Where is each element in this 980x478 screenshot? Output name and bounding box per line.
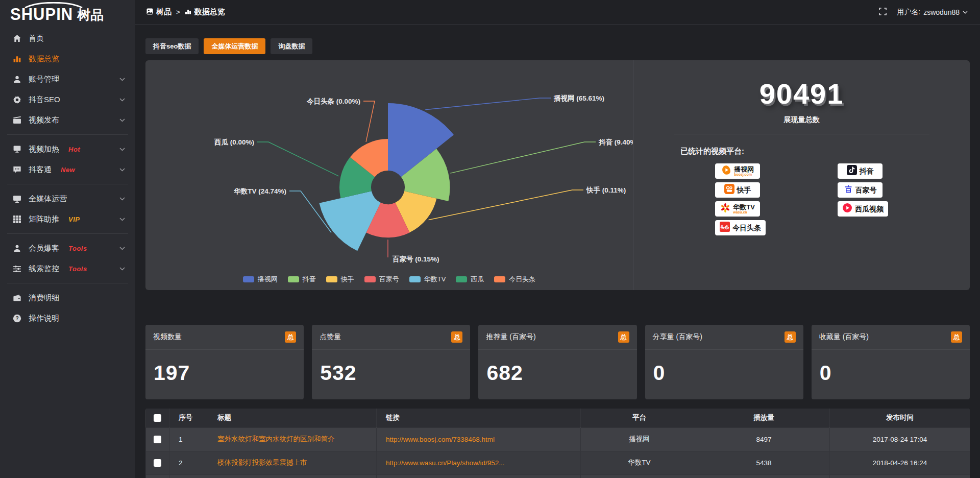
stat-card-value: 0 [645, 350, 803, 385]
row-checkbox-cell [146, 474, 169, 478]
row-title[interactable] [208, 474, 377, 478]
select-all-checkbox[interactable] [154, 414, 161, 422]
total-badge[interactable]: 总 [951, 331, 962, 343]
platform-badge-播视网[interactable]: 播视网boosj.com [715, 163, 760, 179]
total-badge[interactable]: 总 [285, 331, 296, 343]
platform-badge-百家号[interactable]: 百家号 [838, 182, 883, 198]
total-badge[interactable]: 总 [785, 331, 796, 343]
row-views: 5438 [698, 451, 830, 474]
legend-item-西瓜[interactable]: 西瓜 [456, 275, 484, 284]
sidebar-item-badge: Hot [68, 146, 80, 153]
platform-badge-西瓜视频[interactable]: 西瓜视频 [838, 201, 888, 217]
total-badge[interactable]: 总 [618, 331, 629, 343]
legend-item-百家号[interactable]: 百家号 [364, 275, 399, 284]
stat-card-label: 点赞量 [320, 332, 341, 342]
platform-badge-今日头条[interactable]: 头条今日头条 [715, 220, 766, 235]
sidebar-item-1[interactable]: 数据总览 [0, 49, 135, 69]
sidebar-item-label: 抖客通 [29, 165, 52, 175]
total-impressions-label: 展现量总数 [633, 115, 970, 125]
legend-label: 今日头条 [509, 275, 535, 284]
platforms-grid: 播视网boosj.com抖音快手百家号华数TVwasu.cn西瓜视频头条今日头条 [715, 163, 970, 235]
legend-item-今日头条[interactable]: 今日头条 [494, 275, 535, 284]
legend-swatch [364, 276, 376, 282]
tab-2[interactable]: 询盘数据 [271, 38, 312, 54]
row-checkbox[interactable] [154, 459, 161, 467]
tab-1[interactable]: 全媒体运营数据 [204, 38, 265, 54]
legend-swatch [243, 276, 254, 282]
stat-card-header: 推荐量 (百家号)总 [478, 325, 636, 350]
sidebar-item-16[interactable]: ?操作说明 [0, 308, 135, 328]
heat-icon [12, 145, 21, 154]
platform-badge-快手[interactable]: 快手 [715, 182, 760, 198]
sidebar-item-label: 矩阵助推 [29, 214, 59, 224]
legend-item-播视网[interactable]: 播视网 [243, 275, 278, 284]
row-link[interactable]: http://www.wasu.cn/Play/show/id/952... [377, 451, 581, 474]
sidebar-item-badge: Tools [68, 245, 87, 252]
breadcrumb-current[interactable]: 数据总览 [185, 7, 225, 17]
platform-badge-抖音[interactable]: 抖音 [838, 163, 883, 179]
stat-card-0: 视频数量总197 [145, 325, 304, 399]
table-row: 2楼体投影灯投影效果震撼上市http://www.wasu.cn/Play/sh… [146, 451, 970, 474]
chart-mini-icon [185, 8, 191, 16]
platform-name: 快手 [737, 186, 751, 194]
row-link[interactable] [377, 474, 581, 478]
row-checkbox[interactable] [154, 436, 161, 443]
chevron-down-icon [119, 247, 125, 250]
publish-icon [12, 115, 21, 125]
table-col-0: 序号 [169, 409, 208, 427]
legend-swatch [494, 276, 505, 282]
stat-card-1: 点赞量总532 [312, 325, 470, 399]
stat-card-value: 0 [812, 350, 970, 385]
sidebar-item-2[interactable]: 账号管理 [0, 69, 135, 89]
legend-swatch [326, 276, 337, 282]
legend-item-抖音[interactable]: 抖音 [288, 275, 316, 284]
pie-label-line-播视网 [425, 98, 551, 110]
breadcrumb-home[interactable]: 树品 [146, 7, 172, 17]
platform-badge-华数TV[interactable]: 华数TVwasu.cn [715, 201, 760, 217]
legend-swatch [288, 276, 299, 282]
row-title[interactable]: 室外水纹灯和室内水纹灯的区别和简介 [208, 427, 377, 451]
legend-item-快手[interactable]: 快手 [326, 275, 354, 284]
stat-card-4: 收藏量 (百家号)总0 [812, 325, 970, 399]
platform-name: 播视网 [734, 166, 754, 173]
chart-legend: 播视网抖音快手百家号华数TV西瓜今日头条 [145, 275, 633, 284]
stat-card-3: 分享量 (百家号)总0 [645, 325, 803, 399]
sidebar-item-15[interactable]: 消费明细 [0, 288, 135, 308]
sidebar-item-0[interactable]: 首页 [0, 28, 135, 49]
sidebar-item-badge: New [61, 166, 75, 174]
stat-card-label: 分享量 (百家号) [653, 332, 702, 342]
sidebar-item-7[interactable]: 抖客通New [0, 159, 135, 180]
data-tabs: 抖音seo数据全媒体运营数据询盘数据 [145, 38, 970, 54]
sidebar-item-9[interactable]: 全媒体运营 [0, 188, 135, 209]
legend-label: 播视网 [258, 275, 278, 284]
member-icon [12, 244, 21, 253]
fullscreen-icon[interactable] [879, 8, 887, 17]
row-title[interactable]: 楼体投影灯投影效果震撼上市 [208, 451, 377, 474]
sidebar-divider [7, 134, 128, 135]
sidebar-item-label: 操作说明 [29, 314, 59, 323]
row-views [698, 474, 830, 478]
summary-panel: 90491 展现量总数 已统计的视频平台: 播视网boosj.com抖音快手百家… [633, 60, 970, 290]
total-badge[interactable]: 总 [451, 331, 462, 343]
sidebar-item-3[interactable]: 抖音SEO [0, 89, 135, 110]
kuaishou-icon [724, 184, 734, 196]
legend-item-华数TV[interactable]: 华数TV [409, 275, 446, 284]
boosj-icon [721, 165, 731, 177]
table-row [146, 474, 970, 478]
tab-0[interactable]: 抖音seo数据 [145, 38, 199, 54]
row-link[interactable]: http://www.boosj.com/7338468.html [377, 427, 581, 451]
row-checkbox-cell [146, 451, 169, 474]
topbar: 树品 > 数据总览 用户名: zswodun88 [135, 0, 980, 25]
sidebar-item-12[interactable]: 会员爆客Tools [0, 238, 135, 258]
platform-text: 华数TVwasu.cn [733, 204, 755, 214]
sidebar-item-10[interactable]: 矩阵助推VIP [0, 209, 135, 229]
pie-label-今日头条: 今日头条 (0.00%) [306, 98, 360, 105]
chevron-down-icon [119, 98, 125, 102]
stat-card-label: 推荐量 (百家号) [486, 332, 535, 342]
brand-logo[interactable]: SHUPIN 树品 [0, 0, 135, 25]
user-menu[interactable]: 用户名: zswodun88 [897, 8, 968, 17]
pie-slice-华数TV[interactable] [319, 191, 380, 251]
sidebar-item-6[interactable]: 视频加热Hot [0, 139, 135, 159]
sidebar-item-4[interactable]: 视频发布 [0, 110, 135, 130]
sidebar-item-13[interactable]: 线索监控Tools [0, 258, 135, 279]
